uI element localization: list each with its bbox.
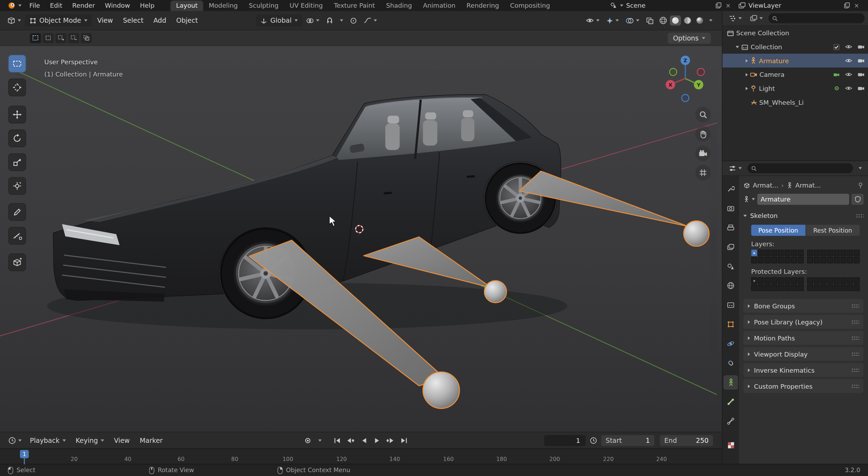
gizmo-axis-z-neg[interactable] [682,94,689,102]
outliner-row-armature[interactable]: Armature [722,54,868,68]
layer-toggle[interactable] [791,277,797,284]
layer-toggle[interactable] [827,257,833,263]
tool-scale[interactable] [8,153,26,171]
layer-toggle[interactable] [827,277,833,284]
new-view-layer-icon[interactable] [844,2,850,9]
bone-tail-sphere[interactable] [484,281,506,303]
drag-handle[interactable] [851,352,859,356]
layer-toggle[interactable] [771,285,777,291]
layer-toggle[interactable] [827,250,833,256]
tool-rotate[interactable] [8,130,26,147]
layer-toggle[interactable] [820,257,826,263]
layer-toggle[interactable] [820,285,826,291]
fake-user-button[interactable] [851,194,863,205]
layer-toggle[interactable] [785,257,790,263]
properties-tab-view-layer[interactable] [723,240,738,254]
properties-tab-object-data[interactable] [723,375,738,390]
jump-to-start-button[interactable] [331,435,343,445]
layer-toggle[interactable] [820,250,826,256]
end-frame-field[interactable]: End 250 [660,435,713,446]
menu-render[interactable]: Render [67,0,100,11]
layer-toggle[interactable] [785,285,790,291]
layer-toggle[interactable] [798,277,804,284]
properties-tab-bone-constraints[interactable] [723,414,738,428]
outliner-row-collection[interactable]: Collection [722,40,868,54]
layer-toggle[interactable] [798,285,804,291]
outliner-row-camera[interactable]: Camera [722,67,868,81]
active-tool-button[interactable] [30,33,41,43]
properties-tab-texture[interactable] [723,438,738,452]
auto-key-button[interactable] [301,435,315,445]
blender-menu-button[interactable] [5,1,24,11]
layer-toggle[interactable] [751,250,757,256]
layer-toggle[interactable] [814,257,820,263]
gizmos-dropdown[interactable] [603,16,621,25]
layer-toggle[interactable] [834,250,840,256]
menu-keying[interactable]: Keying [71,437,109,444]
layer-toggle[interactable] [758,277,764,284]
outliner-search-input[interactable] [781,15,861,22]
layer-toggle[interactable] [814,285,820,291]
properties-search[interactable] [747,163,853,174]
keying-set-dropdown[interactable] [316,438,324,442]
select-mode-extend-button[interactable] [55,33,66,43]
layer-toggle[interactable] [778,277,784,284]
timeline-editor-button[interactable] [6,435,24,445]
panel-motion-paths[interactable]: Motion Paths [743,331,863,345]
hide-viewport-eye-icon[interactable] [845,85,852,91]
properties-tab-constraints[interactable] [723,356,738,370]
properties-tab-physics[interactable] [723,337,738,351]
layer-toggle[interactable] [778,285,784,291]
bone-tail-sphere[interactable] [423,372,460,409]
layer-toggle[interactable] [765,250,771,256]
layer-toggle[interactable] [751,277,757,284]
properties-tab-tool[interactable] [723,182,738,196]
layer-toggle[interactable] [765,285,771,291]
tool-measure[interactable] [8,227,26,245]
shading-wireframe-button[interactable] [658,15,669,25]
properties-tab-output[interactable] [723,220,738,235]
disable-render-camera-icon[interactable] [858,44,865,50]
workspace-tab-shading[interactable]: Shading [380,1,417,11]
drag-handle[interactable] [856,214,863,218]
armature-name-field[interactable] [757,194,849,205]
shading-dropdown[interactable] [706,18,715,23]
remove-view-layer-button[interactable]: × [853,2,860,9]
skeleton-panel-header[interactable]: Skeleton [743,209,863,222]
menu-edit[interactable]: Edit [45,0,67,11]
layer-toggle[interactable] [785,277,790,284]
layer-toggle[interactable] [840,285,846,291]
expand-arrow-icon[interactable] [736,46,739,48]
navigation-gizmo[interactable]: Z X Y [661,54,710,104]
proportional-falloff-dropdown[interactable] [361,16,380,25]
jump-to-end-button[interactable] [398,435,410,445]
workspace-tab-rendering[interactable]: Rendering [461,1,505,11]
outliner-editor-button[interactable] [726,14,745,23]
layer-toggle[interactable] [778,257,784,263]
layer-toggle[interactable] [847,257,853,263]
disable-render-camera-icon[interactable] [858,71,865,77]
drag-handle[interactable] [851,320,859,324]
expand-arrow-icon[interactable] [746,73,748,76]
drag-handle[interactable] [851,336,859,340]
workspace-tab-uv-editing[interactable]: UV Editing [284,1,328,11]
new-scene-icon[interactable] [715,2,722,9]
play-button[interactable] [371,435,383,445]
play-reverse-button[interactable] [358,435,370,445]
panel-viewport-display[interactable]: Viewport Display [743,347,863,361]
viewport-3d[interactable]: User Perspective (1) Collection | Armatu… [0,46,722,432]
menu-marker[interactable]: Marker [135,437,167,444]
drag-handle[interactable] [851,368,859,372]
tool-transform[interactable] [8,177,26,195]
panel-bone-groups[interactable]: Bone Groups [743,299,863,313]
layer-toggle[interactable] [771,257,777,263]
layer-toggle[interactable] [758,250,764,256]
select-mode-set-button[interactable] [43,33,54,43]
mode-selector[interactable]: Object Mode [25,14,92,27]
workspace-tab-layout[interactable]: Layout [170,1,203,11]
layer-toggle[interactable] [758,257,764,263]
hide-viewport-eye-icon[interactable] [845,44,852,50]
rest-position-button[interactable]: Rest Position [806,225,860,236]
layer-toggle[interactable] [834,257,840,263]
layer-toggle[interactable] [827,285,833,291]
